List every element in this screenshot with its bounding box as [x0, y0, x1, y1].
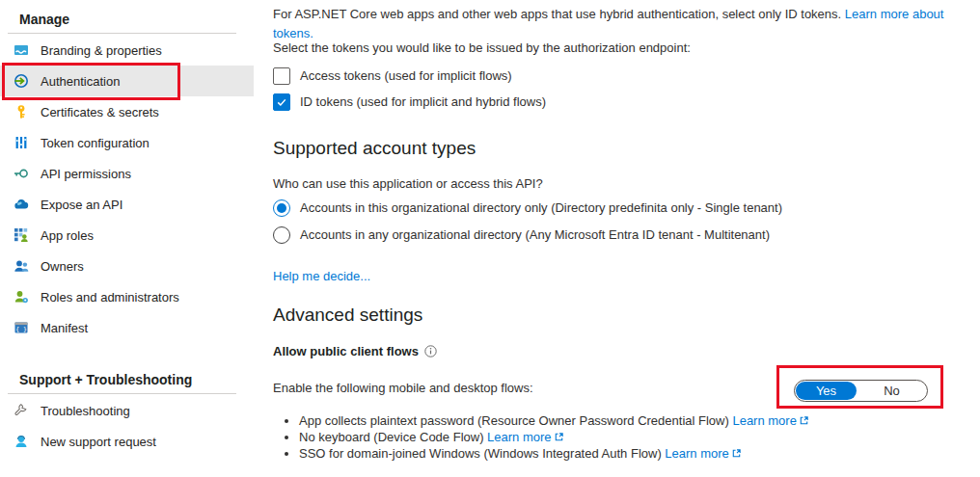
learn-more-link[interactable]: Learn more	[487, 430, 551, 444]
sidebar-items: Branding & properties Authentication Cer…	[0, 35, 254, 343]
learn-more-link[interactable]: Learn more	[732, 413, 796, 428]
sidebar-item-owners[interactable]: Owners	[0, 251, 254, 281]
supported-account-types-heading: Supported account types	[273, 138, 476, 159]
token-configuration-icon	[14, 135, 29, 150]
flow-text: App collects plaintext password (Resourc…	[299, 413, 729, 428]
sidebar-item-label: Troubleshooting	[41, 404, 130, 418]
multitenant-option-row: Accounts in any organizational directory…	[273, 225, 770, 244]
external-link-icon	[554, 432, 564, 442]
list-item: SSO for domain-joined Windows (Windows I…	[299, 445, 809, 462]
sidebar-item-label: Certificates & secrets	[41, 105, 159, 119]
app-roles-icon	[14, 227, 29, 243]
access-tokens-checkbox[interactable]	[273, 67, 290, 85]
sidebar-heading-support: Support + Troubleshooting	[0, 360, 254, 388]
roles-administrators-icon	[14, 289, 29, 305]
allow-public-client-flows-text: Allow public client flows	[273, 344, 419, 358]
manifest-icon: { }	[14, 320, 29, 335]
sidebar-item-expose-an-api[interactable]: Expose an API	[0, 189, 254, 220]
divider	[8, 33, 236, 34]
sidebar-item-troubleshooting[interactable]: Troubleshooting	[0, 395, 254, 426]
sidebar-items: Troubleshooting New support request	[0, 395, 254, 457]
sidebar-item-label: Manifest	[41, 321, 88, 335]
sidebar-item-label: Roles and administrators	[41, 290, 179, 305]
divider	[8, 393, 236, 394]
learn-more-link[interactable]: Learn more	[665, 446, 728, 461]
sidebar-item-label: Token configuration	[41, 136, 150, 150]
external-link-icon	[731, 448, 742, 459]
toggle-no-option[interactable]: No	[857, 384, 927, 398]
public-client-flows-toggle[interactable]: Yes No	[794, 380, 928, 402]
id-tokens-row: ID tokens (used for implicit and hybrid …	[273, 93, 546, 111]
sidebar: Manage Branding & properties Authenticat…	[0, 0, 254, 477]
sidebar-item-label: Expose an API	[41, 198, 122, 212]
sidebar-item-label: Authentication	[41, 74, 120, 89]
sidebar-item-token-configuration[interactable]: Token configuration	[0, 127, 254, 158]
list-item: No keyboard (Device Code Flow) Learn mor…	[299, 429, 809, 445]
access-tokens-row: Access tokens (used for implicit flows)	[273, 66, 512, 85]
checkbox-label: ID tokens (used for implicit and hybrid …	[300, 94, 546, 109]
sidebar-item-api-permissions[interactable]: API permissions	[0, 158, 254, 189]
enable-flows-label: Enable the following mobile and desktop …	[273, 381, 533, 395]
checkbox-label: Access tokens (used for implicit flows)	[300, 68, 512, 83]
sidebar-item-roles-and-administrators[interactable]: Roles and administrators	[0, 281, 254, 312]
intro-paragraph: For ASP.NET Core web apps and other web …	[273, 5, 960, 43]
advanced-settings-heading: Advanced settings	[273, 305, 422, 326]
sidebar-item-label: Owners	[41, 259, 84, 274]
allow-public-client-flows-label: Allow public client flows	[273, 344, 437, 358]
list-item: App collects plaintext password (Resourc…	[299, 412, 809, 429]
sidebar-item-label: App roles	[41, 228, 94, 243]
expose-api-icon	[14, 197, 29, 212]
checkmark-icon	[276, 96, 287, 108]
sidebar-item-authentication[interactable]: Authentication	[0, 66, 254, 96]
sidebar-section-manage: Manage Branding & properties Authenticat…	[0, 0, 254, 343]
svg-text:{ }: { }	[15, 326, 27, 333]
azure-app-registration-authentication-page: { "colors": { "accent_blue": "#0078d4", …	[0, 0, 980, 477]
sidebar-item-label: New support request	[41, 435, 156, 449]
info-icon[interactable]	[424, 345, 437, 358]
api-permissions-icon	[14, 166, 29, 181]
sidebar-heading-manage: Manage	[0, 0, 254, 28]
sidebar-item-certificates-secrets[interactable]: Certificates & secrets	[0, 96, 254, 127]
single-tenant-radio[interactable]	[273, 199, 290, 217]
sidebar-item-manifest[interactable]: { } Manifest	[0, 312, 254, 343]
radio-label: Accounts in this organizational director…	[300, 200, 782, 215]
owners-icon	[14, 258, 29, 274]
radio-label: Accounts in any organizational directory…	[300, 227, 770, 242]
sidebar-item-new-support-request[interactable]: New support request	[0, 426, 254, 457]
authentication-icon	[14, 73, 29, 89]
sidebar-section-support: Support + Troubleshooting Troubleshootin…	[0, 360, 254, 457]
account-types-question: Who can use this application or access t…	[273, 176, 543, 191]
id-tokens-checkbox[interactable]	[273, 93, 290, 111]
single-tenant-option-row: Accounts in this organizational director…	[273, 199, 782, 217]
sidebar-item-label: Branding & properties	[41, 43, 162, 58]
sidebar-item-app-roles[interactable]: App roles	[0, 220, 254, 251]
flows-list: App collects plaintext password (Resourc…	[273, 412, 809, 462]
multitenant-radio[interactable]	[273, 226, 290, 244]
flow-text: No keyboard (Device Code Flow)	[299, 430, 483, 444]
certificates-icon	[14, 104, 29, 119]
troubleshooting-icon	[14, 403, 29, 418]
help-me-decide-link[interactable]: Help me decide...	[273, 269, 370, 283]
intro-text: For ASP.NET Core web apps and other web …	[273, 7, 841, 21]
external-link-icon	[799, 415, 809, 426]
sidebar-item-branding-properties[interactable]: Branding & properties	[0, 35, 254, 66]
token-prompt: Select the tokens you would like to be i…	[273, 40, 691, 55]
toggle-yes-option[interactable]: Yes	[796, 382, 857, 400]
sidebar-item-label: API permissions	[41, 167, 131, 181]
main-content: For ASP.NET Core web apps and other web …	[273, 0, 980, 477]
branding-icon	[14, 42, 29, 58]
support-request-icon	[14, 434, 29, 449]
flow-text: SSO for domain-joined Windows (Windows I…	[299, 446, 662, 461]
